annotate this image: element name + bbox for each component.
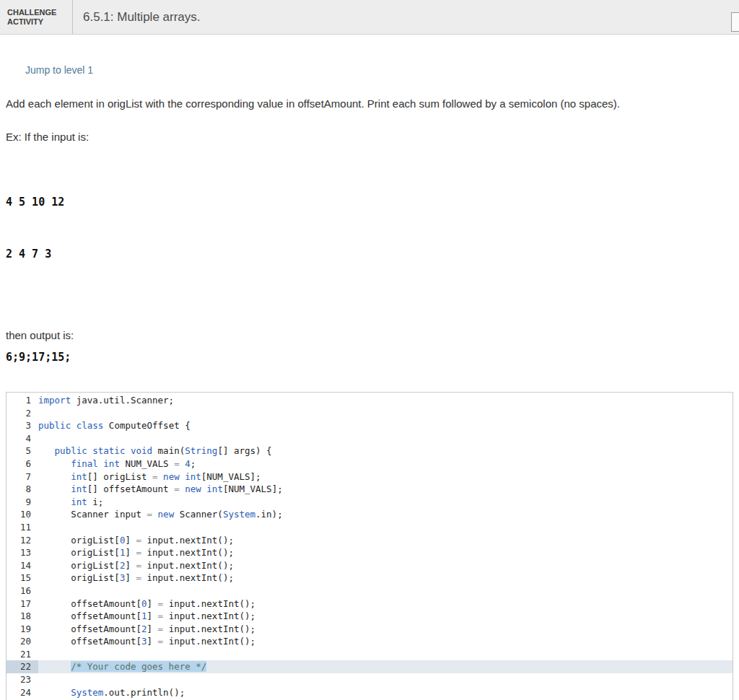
badge-line-2: ACTIVITY — [7, 17, 66, 27]
code-gutter-number: 18 — [6, 610, 38, 623]
code-line-text: offsetAmount[1] = input.nextInt(); — [38, 610, 733, 623]
badge-line-1: CHALLENGE — [7, 8, 66, 17]
code-line[interactable]: 14 origList[2] = input.nextInt(); — [6, 559, 733, 572]
code-line[interactable]: 24 System.out.println(); — [6, 686, 733, 699]
example-input-line: 4 5 10 12 — [6, 193, 733, 211]
activity-header: CHALLENGE ACTIVITY 6.5.1: Multiple array… — [0, 0, 739, 35]
code-gutter-number: 15 — [6, 572, 38, 585]
code-line-text: offsetAmount[3] = input.nextInt(); — [38, 635, 733, 648]
code-gutter-number: 23 — [6, 673, 38, 686]
code-line-text: import java.util.Scanner; — [38, 394, 733, 407]
code-line[interactable]: 13 origList[1] = input.nextInt(); — [6, 546, 733, 559]
code-gutter-number: 7 — [6, 471, 38, 484]
code-line-text: public class ComputeOffset { — [38, 419, 733, 432]
code-line[interactable]: 20 offsetAmount[3] = input.nextInt(); — [6, 635, 733, 648]
code-gutter-number: 1 — [6, 394, 38, 407]
code-gutter-number: 20 — [6, 635, 38, 648]
code-gutter-number: 11 — [6, 521, 38, 534]
code-line[interactable]: 5 public static void main(String[] args)… — [6, 445, 733, 458]
header-divider — [72, 0, 73, 34]
code-line-text: origList[1] = input.nextInt(); — [38, 546, 733, 559]
code-gutter-number: 6 — [6, 458, 38, 471]
code-line[interactable]: 15 origList[3] = input.nextInt(); — [6, 572, 733, 585]
code-line[interactable]: 8 int[] offsetAmount = new int[NUM_VALS]… — [6, 483, 733, 496]
code-gutter-number: 4 — [6, 432, 38, 445]
code-line[interactable]: 7 int[] origList = new int[NUM_VALS]; — [6, 471, 733, 484]
example-input-line: 2 4 7 3 — [6, 245, 733, 263]
code-gutter-number: 3 — [6, 419, 38, 432]
code-line[interactable]: 18 offsetAmount[1] = input.nextInt(); — [6, 610, 733, 623]
code-line-text — [38, 407, 733, 420]
code-line-text: int i; — [38, 496, 733, 509]
code-line-text: origList[2] = input.nextInt(); — [38, 559, 733, 572]
code-gutter-number: 2 — [6, 407, 38, 420]
code-line[interactable]: 11 — [6, 521, 733, 534]
code-line[interactable]: 3public class ComputeOffset { — [6, 419, 733, 432]
code-line-text: int[] origList = new int[NUM_VALS]; — [38, 471, 733, 484]
code-line-text: offsetAmount[2] = input.nextInt(); — [38, 623, 733, 636]
code-line[interactable]: 2 — [6, 407, 733, 420]
code-gutter-number: 21 — [6, 648, 38, 661]
example-output: 6;9;17;15; — [6, 349, 733, 366]
code-line-text — [38, 648, 733, 661]
header-edge-button[interactable] — [731, 12, 739, 32]
page: CHALLENGE ACTIVITY 6.5.1: Multiple array… — [0, 0, 739, 700]
code-line-text: int[] offsetAmount = new int[NUM_VALS]; — [38, 483, 733, 496]
code-line-text: final int NUM_VALS = 4; — [38, 458, 733, 471]
code-line[interactable]: 22 /* Your code goes here */ — [6, 660, 733, 673]
code-gutter-number: 22 — [6, 660, 38, 673]
code-line-text: origList[3] = input.nextInt(); — [38, 572, 733, 585]
code-line-text: /* Your code goes here */ — [38, 660, 733, 673]
code-line-text: offsetAmount[0] = input.nextInt(); — [38, 598, 733, 611]
jump-to-level-link[interactable]: Jump to level 1 — [25, 64, 93, 76]
code-line[interactable]: 4 — [6, 432, 733, 445]
code-gutter-number: 16 — [6, 585, 38, 598]
code-line[interactable]: 16 — [6, 585, 733, 598]
code-line[interactable]: 21 — [6, 648, 733, 661]
code-line-text: Scanner input = new Scanner(System.in); — [38, 508, 733, 521]
example-intro: Ex: If the input is: — [6, 131, 733, 143]
activity-title: 6.5.1: Multiple arrays. — [83, 10, 201, 25]
code-line[interactable]: 12 origList[0] = input.nextInt(); — [6, 534, 733, 547]
code-line-text: origList[0] = input.nextInt(); — [38, 534, 733, 547]
code-gutter-number: 14 — [6, 559, 38, 572]
instructions-text: Add each element in origList with the co… — [6, 97, 732, 110]
code-gutter-number: 19 — [6, 623, 38, 636]
code-line[interactable]: 9 int i; — [6, 496, 733, 509]
code-line-text — [38, 673, 733, 686]
code-line-text — [38, 432, 733, 445]
code-editor[interactable]: 1import java.util.Scanner;23public class… — [6, 392, 733, 700]
code-line[interactable]: 19 offsetAmount[2] = input.nextInt(); — [6, 623, 733, 636]
code-gutter-number: 5 — [6, 445, 38, 458]
code-gutter-number: 10 — [6, 508, 38, 521]
code-gutter-number: 24 — [6, 686, 38, 699]
challenge-activity-badge: CHALLENGE ACTIVITY — [7, 8, 66, 27]
code-line[interactable]: 10 Scanner input = new Scanner(System.in… — [6, 508, 733, 521]
code-gutter-number: 17 — [6, 598, 38, 611]
code-line[interactable]: 17 offsetAmount[0] = input.nextInt(); — [6, 598, 733, 611]
code-line[interactable]: 6 final int NUM_VALS = 4; — [6, 458, 733, 471]
code-line[interactable]: 1import java.util.Scanner; — [6, 394, 733, 407]
example-input: 4 5 10 12 2 4 7 3 — [6, 159, 733, 297]
code-line[interactable]: 23 — [6, 673, 733, 686]
code-line-text: System.out.println(); — [38, 686, 733, 699]
code-line-text: public static void main(String[] args) { — [38, 445, 733, 458]
code-line-text — [38, 521, 733, 534]
output-intro: then output is: — [6, 329, 733, 341]
code-line-text — [38, 585, 733, 598]
code-gutter-number: 8 — [6, 483, 38, 496]
code-gutter-number: 12 — [6, 534, 38, 547]
code-gutter-number: 13 — [6, 546, 38, 559]
code-gutter-number: 9 — [6, 496, 38, 509]
